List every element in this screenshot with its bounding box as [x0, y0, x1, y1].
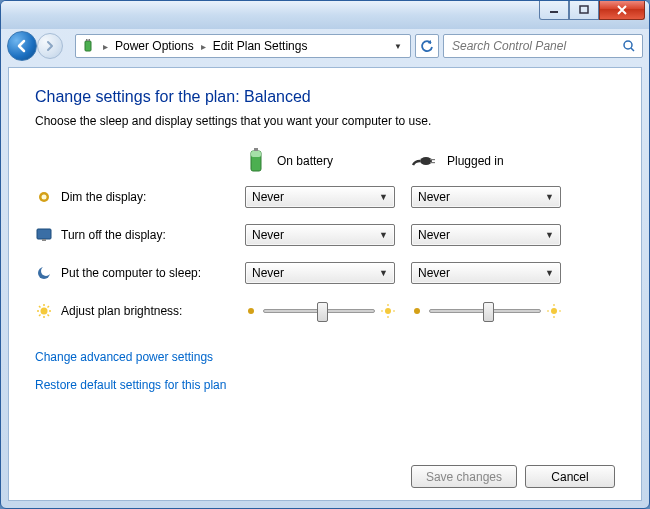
- svg-rect-8: [251, 151, 261, 157]
- chevron-down-icon: ▼: [379, 230, 388, 240]
- svg-line-27: [48, 306, 50, 308]
- close-button[interactable]: [599, 0, 645, 20]
- svg-rect-4: [89, 39, 91, 41]
- page-description: Choose the sleep and display settings th…: [35, 114, 615, 128]
- sun-dim-icon: [411, 305, 423, 317]
- row-label: Turn off the display:: [35, 226, 245, 244]
- refresh-button[interactable]: [415, 34, 439, 58]
- maximize-button[interactable]: [569, 0, 599, 20]
- page-title: Change settings for the plan: Balanced: [35, 88, 615, 106]
- battery-icon: [245, 147, 267, 175]
- row-label-text: Dim the display:: [61, 190, 146, 204]
- row-turn-off-display: Turn off the display: Never ▼ Never ▼: [35, 216, 615, 254]
- dim-battery-dropdown[interactable]: Never ▼: [245, 186, 395, 208]
- row-dim-display: Dim the display: Never ▼ Never ▼: [35, 178, 615, 216]
- sleep-battery-dropdown[interactable]: Never ▼: [245, 262, 395, 284]
- minimize-button[interactable]: [539, 0, 569, 20]
- svg-rect-2: [85, 41, 91, 51]
- breadcrumb-item[interactable]: Edit Plan Settings: [211, 39, 310, 53]
- row-label: Adjust plan brightness:: [35, 302, 245, 320]
- column-header-battery: On battery: [245, 147, 411, 175]
- breadcrumb-sep: ▸: [100, 41, 111, 52]
- dim-plugged-dropdown[interactable]: Never ▼: [411, 186, 561, 208]
- cancel-button[interactable]: Cancel: [525, 465, 615, 488]
- nav-bar: ▸ Power Options ▸ Edit Plan Settings ▼: [1, 29, 649, 63]
- svg-point-5: [624, 41, 632, 49]
- chevron-down-icon: ▼: [545, 230, 554, 240]
- advanced-settings-link[interactable]: Change advanced power settings: [35, 350, 615, 364]
- links-section: Change advanced power settings Restore d…: [35, 350, 615, 406]
- dropdown-value: Never: [252, 228, 379, 242]
- search-box[interactable]: [443, 34, 643, 58]
- breadcrumb-sep: ▸: [198, 41, 209, 52]
- turnoff-plugged-dropdown[interactable]: Never ▼: [411, 224, 561, 246]
- svg-point-35: [551, 308, 557, 314]
- monitor-icon: [35, 226, 53, 244]
- slider-thumb[interactable]: [483, 302, 494, 322]
- turnoff-battery-dropdown[interactable]: Never ▼: [245, 224, 395, 246]
- column-label: Plugged in: [447, 154, 504, 168]
- row-label-text: Turn off the display:: [61, 228, 166, 242]
- breadcrumb-item[interactable]: Power Options: [113, 39, 196, 53]
- search-icon: [622, 39, 636, 53]
- row-label-text: Put the computer to sleep:: [61, 266, 201, 280]
- save-button[interactable]: Save changes: [411, 465, 517, 488]
- dropdown-value: Never: [418, 228, 545, 242]
- slider-track[interactable]: [429, 309, 541, 313]
- svg-rect-9: [254, 148, 258, 151]
- content-pane: Change settings for the plan: Balanced C…: [8, 67, 642, 501]
- chevron-down-icon: ▼: [379, 268, 388, 278]
- sun-bright-icon: [381, 304, 395, 318]
- breadcrumb[interactable]: ▸ Power Options ▸ Edit Plan Settings ▼: [75, 34, 411, 58]
- svg-point-29: [385, 308, 391, 314]
- svg-line-26: [39, 315, 41, 317]
- power-icon: [80, 37, 98, 55]
- back-button[interactable]: [7, 31, 37, 61]
- svg-point-18: [41, 266, 51, 276]
- svg-line-24: [39, 306, 41, 308]
- row-sleep: Put the computer to sleep: Never ▼ Never…: [35, 254, 615, 292]
- svg-point-34: [414, 308, 420, 314]
- brightness-battery-slider[interactable]: [245, 304, 395, 318]
- chevron-down-icon: ▼: [545, 192, 554, 202]
- row-label: Put the computer to sleep:: [35, 264, 245, 282]
- svg-point-14: [42, 195, 47, 200]
- titlebar: [1, 1, 649, 29]
- window: ▸ Power Options ▸ Edit Plan Settings ▼ C…: [0, 0, 650, 509]
- slider-track[interactable]: [263, 309, 375, 313]
- sun-icon: [35, 302, 53, 320]
- svg-rect-3: [86, 39, 88, 41]
- restore-defaults-link[interactable]: Restore default settings for this plan: [35, 378, 615, 392]
- chevron-down-icon: ▼: [379, 192, 388, 202]
- svg-point-28: [248, 308, 254, 314]
- svg-line-6: [631, 48, 634, 51]
- sun-dim-icon: [245, 305, 257, 317]
- forward-button[interactable]: [37, 33, 63, 59]
- footer-buttons: Save changes Cancel: [35, 455, 615, 488]
- slider-thumb[interactable]: [317, 302, 328, 322]
- row-label: Dim the display:: [35, 188, 245, 206]
- brightness-plugged-slider[interactable]: [411, 304, 561, 318]
- row-brightness: Adjust plan brightness:: [35, 292, 615, 330]
- sun-bright-icon: [547, 304, 561, 318]
- column-header-plugged: Plugged in: [411, 151, 577, 171]
- svg-rect-1: [580, 6, 588, 13]
- svg-rect-16: [42, 239, 46, 241]
- plug-icon: [411, 151, 437, 171]
- svg-point-10: [420, 157, 432, 165]
- svg-rect-11: [430, 159, 435, 160]
- sleep-plugged-dropdown[interactable]: Never ▼: [411, 262, 561, 284]
- dropdown-value: Never: [418, 190, 545, 204]
- svg-rect-12: [430, 162, 435, 163]
- row-label-text: Adjust plan brightness:: [61, 304, 182, 318]
- column-label: On battery: [277, 154, 333, 168]
- dropdown-value: Never: [252, 190, 379, 204]
- window-buttons: [539, 0, 645, 20]
- svg-line-25: [48, 315, 50, 317]
- dropdown-value: Never: [252, 266, 379, 280]
- svg-rect-0: [550, 11, 558, 13]
- breadcrumb-dropdown[interactable]: ▼: [390, 42, 406, 51]
- dim-icon: [35, 188, 53, 206]
- column-headers: On battery Plugged in: [35, 144, 615, 178]
- search-input[interactable]: [450, 38, 622, 54]
